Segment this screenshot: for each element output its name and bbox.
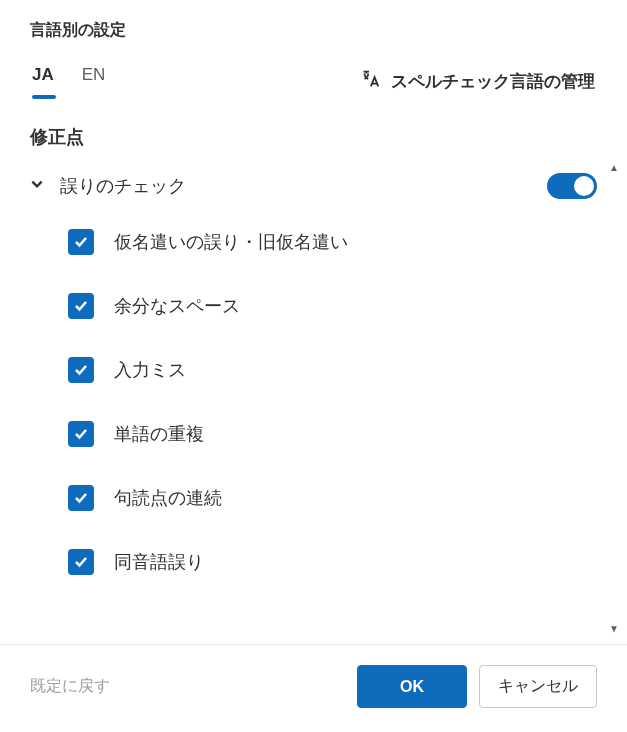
checkbox-word-dup[interactable] <box>68 421 94 447</box>
group-toggle-header[interactable]: 誤りのチェック <box>30 174 186 198</box>
list-item: 入力ミス <box>68 357 597 383</box>
list-item: 句読点の連続 <box>68 485 597 511</box>
check-label: 仮名遣いの誤り・旧仮名遣い <box>114 230 348 254</box>
checkbox-typo[interactable] <box>68 357 94 383</box>
section-title-corrections: 修正点 <box>30 125 597 149</box>
chevron-down-icon <box>30 177 44 195</box>
error-check-toggle[interactable] <box>547 173 597 199</box>
ok-button[interactable]: OK <box>357 665 467 708</box>
check-label: 単語の重複 <box>114 422 204 446</box>
tab-ja[interactable]: JA <box>32 65 54 97</box>
checkbox-kana-error[interactable] <box>68 229 94 255</box>
checkbox-homophone[interactable] <box>68 549 94 575</box>
manage-spellcheck-label: スペルチェック言語の管理 <box>391 70 595 93</box>
manage-spellcheck-link[interactable]: スペルチェック言語の管理 <box>359 68 595 95</box>
check-options-list: 仮名遣いの誤り・旧仮名遣い 余分なスペース 入力ミス 単語の重複 <box>30 229 597 575</box>
checkbox-punct-repeat[interactable] <box>68 485 94 511</box>
check-label: 入力ミス <box>114 358 186 382</box>
scroll-down-icon[interactable]: ▼ <box>609 623 619 634</box>
translate-icon <box>359 68 381 95</box>
group-label-error-check: 誤りのチェック <box>60 174 186 198</box>
list-item: 仮名遣いの誤り・旧仮名遣い <box>68 229 597 255</box>
scroll-up-icon[interactable]: ▲ <box>609 162 619 173</box>
checkbox-extra-space[interactable] <box>68 293 94 319</box>
list-item: 単語の重複 <box>68 421 597 447</box>
settings-content: 修正点 誤りのチェック 仮名遣いの誤り・旧仮名遣い <box>0 97 627 644</box>
check-label: 同音語誤り <box>114 550 204 574</box>
cancel-button[interactable]: キャンセル <box>479 665 597 708</box>
reset-defaults-button: 既定に戻す <box>30 676 110 697</box>
list-item: 余分なスペース <box>68 293 597 319</box>
page-title: 言語別の設定 <box>30 20 597 41</box>
check-label: 余分なスペース <box>114 294 240 318</box>
tab-en[interactable]: EN <box>82 65 106 97</box>
list-item: 同音語誤り <box>68 549 597 575</box>
check-label: 句読点の連続 <box>114 486 222 510</box>
language-tabs: JA EN <box>32 65 105 97</box>
